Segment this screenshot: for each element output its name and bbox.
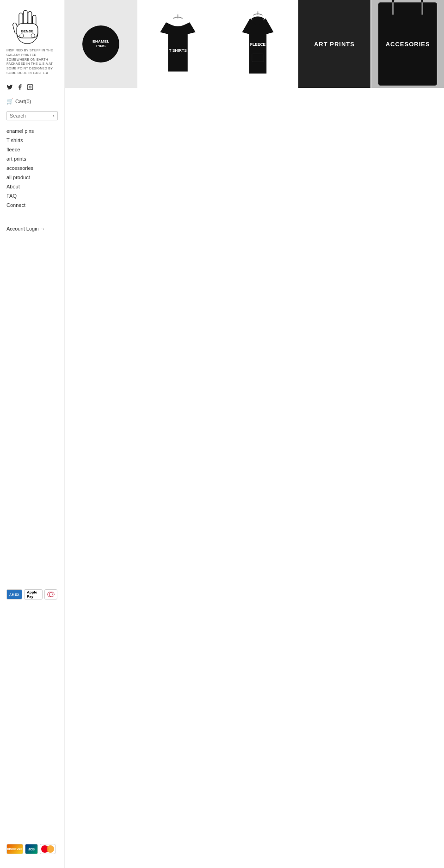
apple-pay-badge: Apple Pay: [24, 589, 43, 599]
nav-item-all-product[interactable]: all product: [6, 173, 58, 181]
twitter-icon[interactable]: [6, 84, 13, 92]
accessories-label: ACCESORIES: [386, 41, 430, 48]
tshirt-image: T SHIRTS: [158, 9, 197, 79]
discover-badge: DISCOVER: [6, 844, 23, 854]
brand-logo: BENJIE: [6, 5, 48, 46]
svg-rect-3: [24, 10, 27, 25]
jcb-badge: JCB: [25, 844, 38, 854]
nav-item-art-prints[interactable]: art prints: [6, 155, 58, 163]
cart-link[interactable]: 🛒 Cart (0): [6, 98, 58, 105]
payment-methods-bottom: DISCOVER JCB: [6, 844, 56, 854]
content-area: [65, 88, 444, 852]
nav-item-accessories[interactable]: accessories: [6, 164, 58, 172]
search-submit-icon[interactable]: ›: [53, 113, 55, 119]
nav-menu: enamel pins T shirts fleece art prints a…: [6, 127, 58, 209]
hero-item-fleece[interactable]: FLEECE: [218, 0, 297, 88]
art-prints-label: ART PRINTS: [314, 41, 355, 48]
diners-badge: [44, 589, 57, 599]
social-icons: [6, 84, 58, 92]
nav-item-about[interactable]: About: [6, 182, 58, 191]
payment-methods-top: AMEX Apple Pay: [6, 589, 57, 599]
cart-count: (0): [25, 99, 31, 104]
search-input[interactable]: [10, 113, 47, 119]
mastercard-badge: [40, 844, 56, 854]
hero-item-tshirts[interactable]: T SHIRTS: [138, 0, 217, 88]
hero-item-enamel-pins[interactable]: ENAMELPINS: [65, 0, 137, 88]
hero-item-art-prints[interactable]: ART PRINTS: [298, 0, 371, 88]
nav-item-faq[interactable]: FAQ: [6, 192, 58, 200]
hero-item-accessories[interactable]: ACCESORIES: [371, 0, 444, 88]
svg-text:FLEECE: FLEECE: [250, 42, 265, 47]
svg-rect-17: [252, 54, 264, 62]
svg-text:BENJIE: BENJIE: [21, 29, 34, 33]
instagram-icon[interactable]: [27, 84, 33, 92]
account-login-link[interactable]: Account Login →: [6, 226, 58, 231]
cart-label: Cart: [15, 99, 25, 104]
search-bar[interactable]: ›: [6, 111, 58, 120]
enamel-pin-circle: ENAMELPINS: [82, 25, 119, 62]
logo-tagline: INSPIRED BY STUFF IN THE GALAXY PRINTED …: [6, 48, 58, 75]
main-content: ENAMELPINS T SHIRTS: [65, 0, 444, 868]
cart-icon: 🛒: [6, 98, 13, 105]
sidebar: BENJIE INSPIRED BY STUFF IN THE GALAXY P…: [0, 0, 65, 868]
nav-item-enamel-pins[interactable]: enamel pins: [6, 127, 58, 135]
amex-badge: AMEX: [6, 589, 22, 599]
svg-text:T SHIRTS: T SHIRTS: [169, 48, 187, 53]
nav-item-connect[interactable]: Connect: [6, 201, 58, 209]
facebook-icon[interactable]: [17, 84, 23, 92]
hero-banner: ENAMELPINS T SHIRTS: [65, 0, 444, 88]
logo-area: BENJIE INSPIRED BY STUFF IN THE GALAXY P…: [6, 5, 58, 75]
svg-rect-4: [28, 12, 32, 25]
enamel-pins-label: ENAMELPINS: [92, 39, 110, 49]
svg-rect-10: [27, 84, 33, 90]
nav-item-fleece[interactable]: fleece: [6, 145, 58, 154]
nav-item-tshirts[interactable]: T shirts: [6, 136, 58, 144]
fleece-image: FLEECE: [238, 7, 278, 81]
